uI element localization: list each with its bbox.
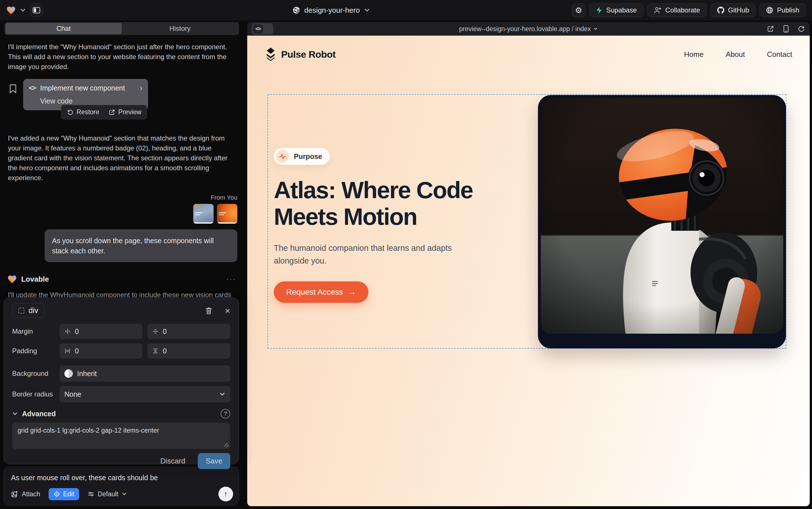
site-brand[interactable]: Pulse Robot xyxy=(265,47,336,61)
hero-robot-card xyxy=(538,95,786,348)
request-access-button[interactable]: Request Access → xyxy=(274,281,368,303)
chat-composer[interactable]: As user mouse roll over, these cards sho… xyxy=(3,467,239,506)
nav-link-home[interactable]: Home xyxy=(684,50,703,59)
background-input[interactable]: Inherit xyxy=(60,365,230,382)
collaborate-button[interactable]: Collaborate xyxy=(647,3,707,17)
supabase-button[interactable]: Supabase xyxy=(589,3,643,17)
supabase-icon xyxy=(596,6,603,14)
view-code-link[interactable]: View code xyxy=(40,97,142,105)
resize-handle[interactable] xyxy=(224,443,229,447)
composer-input[interactable]: As user mouse roll over, these cards sho… xyxy=(11,474,231,482)
topbar: design-your-hero ⚙ Supabase Collaborate … xyxy=(0,0,812,20)
padding-horizontal-icon xyxy=(65,348,71,354)
publish-globe-icon xyxy=(766,6,773,14)
component-change-header: <> Implement new component › xyxy=(29,83,142,93)
margin-x-input[interactable]: 0 xyxy=(60,324,142,339)
nav-link-about[interactable]: About xyxy=(726,50,745,59)
margin-vertical-icon xyxy=(152,328,158,335)
assistant-message: I'll implement the "Why Humanoid" sectio… xyxy=(8,42,236,72)
lovable-logo-icon[interactable] xyxy=(6,6,16,15)
message-menu-icon[interactable]: ··· xyxy=(226,275,236,284)
app-root: { "topbar": { "project": "design-your-he… xyxy=(0,0,812,509)
tab-history[interactable]: History xyxy=(122,23,238,34)
padding-y-value: 0 xyxy=(163,347,167,355)
selected-element-chip[interactable]: div xyxy=(12,303,45,318)
preview-toolbar-actions xyxy=(767,25,805,33)
nav-link-contact[interactable]: Contact xyxy=(767,50,792,59)
attach-button[interactable]: Attach xyxy=(11,490,40,498)
edit-mode-button[interactable]: Edit xyxy=(48,488,79,500)
selected-hero-grid[interactable]: Purpose Atlas: Where Code Meets Motion T… xyxy=(267,94,786,349)
border-radius-select[interactable]: None xyxy=(60,386,230,402)
margin-row: Margin 0 0 xyxy=(12,324,230,339)
mobile-view-icon[interactable] xyxy=(783,25,789,33)
attachment-thumbnail-orange[interactable] xyxy=(217,204,237,224)
assistant-header: Lovable ··· xyxy=(7,275,236,284)
hero-heading: Atlas: Where Code Meets Motion xyxy=(274,177,517,230)
site-header: Pulse Robot Home About Contact xyxy=(247,36,810,73)
thumbnail-strip xyxy=(217,222,237,224)
preview-button[interactable]: Preview xyxy=(109,108,142,116)
restore-label: Restore xyxy=(77,108,100,116)
selected-element-tag: div xyxy=(29,306,38,315)
mode-select[interactable]: Default xyxy=(87,490,127,498)
help-icon[interactable]: ? xyxy=(221,409,230,418)
attachment-thumbnails xyxy=(6,204,237,224)
external-link-icon xyxy=(109,109,115,116)
chevron-down-icon[interactable] xyxy=(20,7,26,13)
mode-label: Default xyxy=(98,490,118,498)
topbar-actions: ⚙ Supabase Collaborate GitHub Publish xyxy=(572,3,806,17)
collaborate-icon xyxy=(654,6,662,14)
assistant-message: I've added a new "Why Humanoid" section … xyxy=(8,133,236,183)
chevron-down-icon xyxy=(593,27,598,31)
project-switcher[interactable]: design-your-hero xyxy=(292,0,370,20)
restore-icon xyxy=(67,109,73,116)
advanced-classes-textarea[interactable]: grid grid-cols-1 lg:grid-cols-2 gap-12 i… xyxy=(12,422,230,449)
attachment-thumbnail-blue[interactable] xyxy=(193,204,214,224)
inspector-footer: Discard Save xyxy=(12,453,230,469)
code-icon: <> xyxy=(29,84,36,92)
discard-button[interactable]: Discard xyxy=(160,457,185,466)
settings-button[interactable]: ⚙ xyxy=(572,3,585,17)
code-view-toggle[interactable]: <> xyxy=(252,23,273,34)
tab-chat[interactable]: Chat xyxy=(5,23,122,34)
chevron-right-icon: › xyxy=(140,83,142,93)
advanced-classes-value: grid grid-cols-1 lg:grid-cols-2 gap-12 i… xyxy=(17,427,159,434)
thumbnail-strip xyxy=(193,222,214,224)
github-button[interactable]: GitHub xyxy=(710,3,756,17)
margin-x-value: 0 xyxy=(75,328,79,336)
padding-x-value: 0 xyxy=(75,347,79,355)
assistant-name: Lovable xyxy=(21,275,49,284)
from-you-label: From You xyxy=(6,194,237,201)
close-icon[interactable]: × xyxy=(225,306,230,315)
margin-label: Margin xyxy=(12,328,60,335)
margin-y-input[interactable]: 0 xyxy=(147,324,230,339)
topbar-left xyxy=(6,4,43,17)
restore-button[interactable]: Restore xyxy=(67,108,100,116)
background-label: Background xyxy=(12,370,60,377)
open-external-icon[interactable] xyxy=(767,25,774,33)
github-icon xyxy=(717,6,725,14)
publish-label: Publish xyxy=(777,6,799,14)
bookmark-icon[interactable] xyxy=(9,84,17,94)
preview-url: preview--design-your-hero.lovable.app / … xyxy=(459,25,591,33)
gear-icon: ⚙ xyxy=(575,6,582,15)
advanced-section-header[interactable]: Advanced ? xyxy=(12,409,230,418)
publish-button[interactable]: Publish xyxy=(760,3,806,17)
refresh-icon[interactable] xyxy=(798,25,805,33)
github-label: GitHub xyxy=(728,6,749,14)
save-button[interactable]: Save xyxy=(198,453,230,469)
code-icon: <> xyxy=(253,24,263,33)
padding-y-input[interactable]: 0 xyxy=(147,343,230,359)
preview-address[interactable]: preview--design-your-hero.lovable.app / … xyxy=(247,22,810,36)
chevron-down-icon xyxy=(122,491,127,497)
sidebar-toggle-button[interactable] xyxy=(30,4,43,17)
send-button[interactable]: ↑ xyxy=(218,487,233,501)
lovable-heart-icon xyxy=(7,275,17,284)
padding-x-input[interactable]: 0 xyxy=(60,343,142,359)
padding-row: Padding 0 0 xyxy=(12,343,230,359)
chevron-down-icon xyxy=(219,391,225,397)
supabase-label: Supabase xyxy=(606,6,637,14)
trash-icon[interactable] xyxy=(205,307,213,315)
sliders-icon xyxy=(87,490,95,498)
